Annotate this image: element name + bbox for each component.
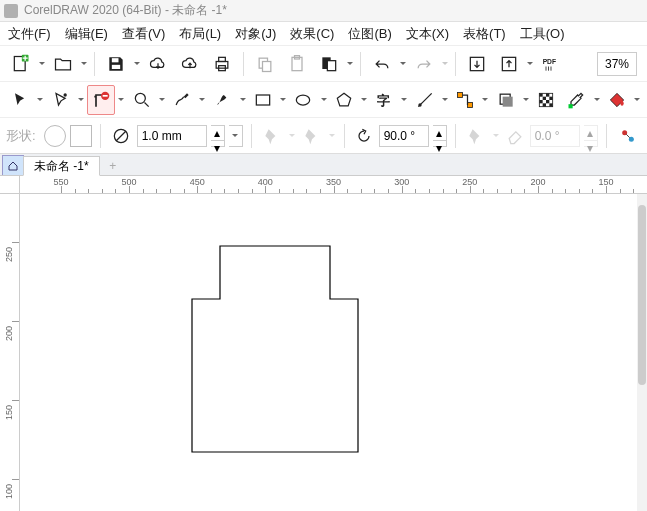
svg-rect-24: [468, 102, 473, 107]
menu-object[interactable]: 对象(J): [235, 25, 276, 43]
crop-dropdown[interactable]: [117, 96, 125, 104]
undo-dropdown[interactable]: [399, 60, 407, 68]
menu-edit[interactable]: 编辑(E): [65, 25, 108, 43]
export-dropdown[interactable]: [526, 60, 534, 68]
pdf-button[interactable]: PDF: [536, 49, 566, 79]
angle1-input[interactable]: [379, 125, 429, 147]
canvas-wrap: 550500450400350300250200150: [20, 176, 647, 511]
outline-width-spinner[interactable]: ▴▾: [211, 125, 225, 147]
svg-rect-31: [549, 96, 552, 99]
shape-square-button[interactable]: [70, 125, 92, 147]
svg-rect-3: [112, 64, 120, 68]
vertical-scrollbar[interactable]: [637, 194, 647, 511]
add-tab-button[interactable]: +: [104, 157, 122, 175]
angle2-spinner: ▴▾: [584, 125, 598, 147]
separator: [360, 52, 361, 76]
new-button[interactable]: [6, 49, 36, 79]
undo-button[interactable]: [367, 49, 397, 79]
svg-rect-33: [546, 100, 549, 103]
rectangle-dropdown[interactable]: [279, 96, 287, 104]
shadow-dropdown[interactable]: [522, 96, 530, 104]
parallel-dim-tool[interactable]: [410, 85, 438, 115]
brush1-dropdown: [288, 132, 296, 140]
menu-file[interactable]: 文件(F): [8, 25, 51, 43]
angle1-spinner[interactable]: ▴▾: [433, 125, 447, 147]
svg-point-22: [418, 103, 421, 106]
redo-dropdown: [441, 60, 449, 68]
menu-view[interactable]: 查看(V): [122, 25, 165, 43]
svg-rect-10: [295, 55, 300, 58]
transparency-tool[interactable]: [532, 85, 560, 115]
menu-text[interactable]: 文本(X): [406, 25, 449, 43]
text-dropdown[interactable]: [400, 96, 408, 104]
crop-tool[interactable]: [87, 85, 116, 115]
artistic-media-tool[interactable]: [208, 85, 236, 115]
cloud-save-button[interactable]: [143, 49, 173, 79]
app-logo-icon: [4, 4, 18, 18]
pick-tool[interactable]: [6, 85, 34, 115]
svg-rect-8: [263, 61, 271, 71]
print-button[interactable]: [207, 49, 237, 79]
paste-button: [282, 49, 312, 79]
welcome-tab[interactable]: [2, 155, 24, 175]
polygon-tool[interactable]: [330, 85, 358, 115]
brush2-dropdown: [328, 132, 336, 140]
drop-shadow-tool[interactable]: [491, 85, 519, 115]
ellipse-dropdown[interactable]: [320, 96, 328, 104]
open-dropdown[interactable]: [80, 60, 88, 68]
zoom-level-input[interactable]: 37%: [597, 52, 637, 76]
clipboard-button[interactable]: [314, 49, 344, 79]
document-tab-bar: 未命名 -1* +: [0, 154, 647, 176]
svg-rect-4: [216, 61, 228, 68]
eyedropper-dropdown[interactable]: [593, 96, 601, 104]
shape-circle-button[interactable]: [44, 125, 66, 147]
outline-width-input[interactable]: [137, 125, 207, 147]
freehand-dropdown[interactable]: [198, 96, 206, 104]
pick-dropdown[interactable]: [36, 96, 44, 104]
menu-bitmap[interactable]: 位图(B): [348, 25, 391, 43]
drawing-canvas[interactable]: [20, 194, 647, 511]
cloud-upload-button[interactable]: [175, 49, 205, 79]
scrollbar-thumb[interactable]: [638, 205, 646, 385]
zoom-dropdown[interactable]: [158, 96, 166, 104]
ellipse-tool[interactable]: [289, 85, 317, 115]
eyedropper-tool[interactable]: [562, 85, 590, 115]
connector-dropdown[interactable]: [481, 96, 489, 104]
freehand-tool[interactable]: [168, 85, 196, 115]
clipboard-dropdown[interactable]: [346, 60, 354, 68]
outline-none-button[interactable]: [109, 124, 133, 148]
fill-tool[interactable]: [603, 85, 631, 115]
menu-table[interactable]: 表格(T): [463, 25, 506, 43]
svg-rect-23: [458, 92, 463, 97]
save-button[interactable]: [101, 49, 131, 79]
svg-rect-30: [543, 96, 546, 99]
separator: [100, 124, 101, 148]
new-dropdown[interactable]: [38, 60, 46, 68]
separator: [94, 52, 95, 76]
polygon-dropdown[interactable]: [360, 96, 368, 104]
menu-bar: 文件(F) 编辑(E) 查看(V) 布局(L) 对象(J) 效果(C) 位图(B…: [0, 22, 647, 46]
text-tool[interactable]: 字: [370, 85, 398, 115]
zoom-tool[interactable]: [127, 85, 155, 115]
vertical-ruler[interactable]: 250200150100: [0, 176, 20, 511]
shape-dropdown[interactable]: [77, 96, 85, 104]
export-button[interactable]: [494, 49, 524, 79]
artistic-dropdown[interactable]: [239, 96, 247, 104]
import-button[interactable]: [462, 49, 492, 79]
reduce-nodes-button[interactable]: [615, 121, 641, 151]
menu-layout[interactable]: 布局(L): [179, 25, 221, 43]
open-button[interactable]: [48, 49, 78, 79]
separator: [455, 52, 456, 76]
connector-tool[interactable]: [451, 85, 479, 115]
outline-width-dropdown[interactable]: [229, 125, 243, 147]
drawn-shape[interactable]: [190, 244, 360, 454]
shape-tool[interactable]: [46, 85, 74, 115]
document-tab[interactable]: 未命名 -1*: [23, 156, 100, 176]
fill-dropdown[interactable]: [633, 96, 641, 104]
menu-effects[interactable]: 效果(C): [290, 25, 334, 43]
menu-tools[interactable]: 工具(O): [520, 25, 565, 43]
save-dropdown[interactable]: [133, 60, 141, 68]
dim-dropdown[interactable]: [441, 96, 449, 104]
horizontal-ruler[interactable]: 550500450400350300250200150: [20, 176, 647, 194]
rectangle-tool[interactable]: [249, 85, 277, 115]
